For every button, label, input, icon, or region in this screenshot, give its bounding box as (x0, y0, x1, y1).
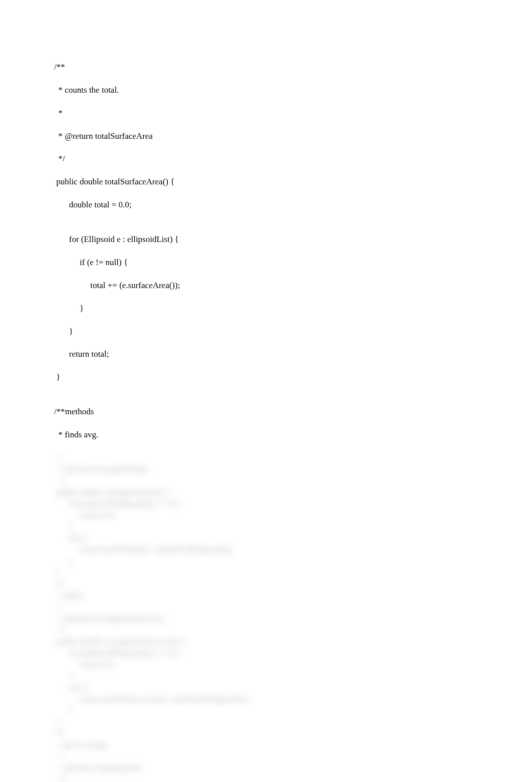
blurred-line: */ (54, 625, 532, 636)
code-line: public double totalSurfaceArea() { (54, 176, 532, 188)
code-line: total += (e.surfaceArea()); (54, 280, 532, 292)
code-line: * (54, 108, 532, 119)
code-line: } (54, 303, 532, 315)
blurred-line: if (numberOfEllipsoids() == 0) { (54, 498, 532, 510)
blurred-line: /** (54, 579, 532, 590)
blurred-line: return totalSurfaceArea() / numberOfElli… (54, 694, 532, 705)
code-line: } (54, 326, 532, 338)
code-line: */ (54, 153, 532, 165)
blurred-line: * (54, 602, 532, 613)
blurred-line: } (54, 716, 532, 728)
blurred-line: * get to string. (54, 739, 532, 751)
blurred-line: return 0.0; (54, 659, 532, 671)
code-block: /** * counts the total. * * @return tota… (54, 50, 532, 452)
blurred-line: public double averageSurfaceArea() { (54, 636, 532, 648)
blurred-line: * @return summaryInfo (54, 762, 532, 774)
blurred-line: * (54, 751, 532, 762)
code-line: } (54, 372, 532, 383)
blurred-line: else { (54, 682, 532, 694)
blurred-line: if (numberOfEllipsoids() == 0) { (54, 648, 532, 659)
code-line: /** (54, 62, 532, 73)
code-line: /**methods (54, 406, 532, 418)
blurred-line: } (54, 705, 532, 716)
blurred-line: * (54, 452, 532, 464)
blurred-line: } (54, 567, 532, 579)
blurred-line: } (54, 671, 532, 682)
blurred-line: return totalVolume() / numberOfEllipsoid… (54, 544, 532, 556)
blurred-line: else { (54, 533, 532, 544)
blurred-line: */ (54, 475, 532, 487)
blurred-line: } (54, 556, 532, 567)
blurred-line: public double averageVolume() { (54, 487, 532, 498)
blurred-line: * @return averageSurfaceArea (54, 613, 532, 625)
code-line: if (e != null) { (54, 257, 532, 269)
code-line: for (Ellipsoid e : ellipsoidList) { (54, 234, 532, 245)
code-line: * finds avg. (54, 429, 532, 441)
blurred-line: } (54, 521, 532, 533)
blurred-line: * @return averageVolume (54, 464, 532, 475)
code-line: * @return totalSurfaceArea (54, 131, 532, 142)
blurred-line: */ (54, 774, 532, 782)
code-line: double total = 0.0; (54, 199, 532, 211)
blurred-line: return 0.0; (54, 510, 532, 522)
blurred-line: /** (54, 728, 532, 739)
blurred-code-block: * * @return averageVolume */ public doub… (54, 452, 532, 782)
code-line: * counts the total. (54, 85, 532, 96)
blurred-line: * finds. (54, 590, 532, 602)
code-line: return total; (54, 349, 532, 360)
